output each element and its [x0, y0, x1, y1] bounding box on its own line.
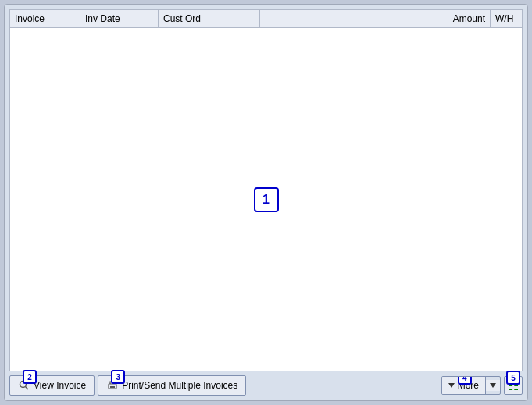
- more-triangle-icon: [448, 383, 455, 388]
- col-header-wh: W/H: [491, 10, 522, 27]
- more-badge: 4: [458, 376, 472, 385]
- print-send-badge: 3: [111, 370, 125, 384]
- footer-bar: 2 View Invoice 3 Print/Send Multiple Inv…: [9, 371, 523, 396]
- green-action-button[interactable]: 5 ☷: [504, 376, 523, 395]
- dropdown-chevron-icon: [490, 383, 496, 388]
- col-header-cust-ord: Cust Ord: [159, 10, 260, 27]
- main-window: Invoice Inv Date Cust Ord Amount W/H 1 2…: [4, 4, 528, 401]
- print-send-button[interactable]: 3 Print/Send Multiple Invoices: [98, 375, 246, 396]
- view-invoice-button[interactable]: 2 View Invoice: [9, 375, 95, 396]
- svg-line-1: [26, 387, 29, 390]
- more-dropdown-button[interactable]: [486, 380, 500, 391]
- svg-rect-3: [110, 386, 115, 388]
- table-body: 1: [10, 28, 522, 371]
- table-area: Invoice Inv Date Cust Ord Amount W/H 1: [9, 9, 523, 371]
- more-group: 4 More: [441, 376, 501, 395]
- center-badge: 1: [254, 187, 279, 212]
- col-header-amount: Amount: [260, 10, 491, 27]
- view-invoice-label: View Invoice: [34, 380, 86, 391]
- view-invoice-badge: 2: [23, 370, 37, 384]
- col-header-invoice: Invoice: [10, 10, 80, 27]
- green-badge: 5: [506, 371, 520, 385]
- col-header-inv-date: Inv Date: [80, 10, 159, 27]
- table-header: Invoice Inv Date Cust Ord Amount W/H: [10, 10, 522, 28]
- print-send-label: Print/Send Multiple Invoices: [122, 380, 237, 391]
